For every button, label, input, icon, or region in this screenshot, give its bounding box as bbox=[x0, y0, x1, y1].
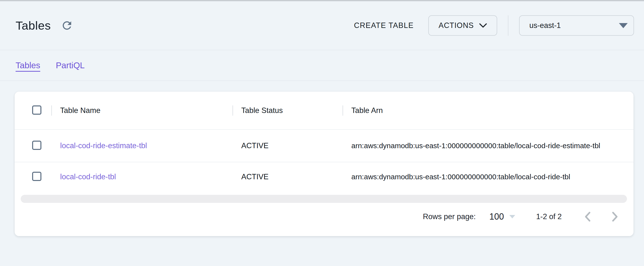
header-divider bbox=[508, 15, 508, 36]
column-header-table-arn: Table Arn bbox=[342, 106, 634, 116]
tab-partiql[interactable]: PartiQL bbox=[56, 60, 85, 70]
table-name-cell: local-cod-ride-estimate-tbl bbox=[51, 141, 232, 150]
table-arn-cell: arn:aws:dynamodb:us-east-1:000000000000:… bbox=[342, 173, 634, 181]
column-separator bbox=[51, 106, 52, 116]
header-actions: CREATE TABLE ACTIONS us-east-1 bbox=[347, 15, 634, 36]
table-name-cell: local-cod-ride-tbl bbox=[51, 172, 232, 181]
table-row: local-cod-ride-tbl ACTIVE arn:aws:dynamo… bbox=[14, 162, 634, 191]
table-status-cell: ACTIVE bbox=[232, 141, 342, 150]
tab-tables[interactable]: Tables bbox=[16, 60, 40, 70]
chevron-left-icon bbox=[584, 212, 591, 222]
refresh-icon bbox=[61, 19, 73, 32]
create-table-button[interactable]: CREATE TABLE bbox=[347, 15, 420, 36]
chevron-down-icon bbox=[479, 23, 487, 28]
column-header-label: Table Name bbox=[60, 106, 100, 115]
column-separator bbox=[342, 106, 343, 116]
row-checkbox-cell bbox=[14, 141, 51, 151]
chevron-right-icon bbox=[612, 212, 618, 222]
table-header-row: Table Name Table Status Table Arn bbox=[14, 92, 634, 130]
region-select[interactable]: us-east-1 bbox=[519, 15, 634, 36]
region-select-value: us-east-1 bbox=[529, 21, 561, 30]
actions-dropdown-button[interactable]: ACTIONS bbox=[428, 15, 497, 36]
table-name-link[interactable]: local-cod-ride-tbl bbox=[60, 172, 116, 181]
pagination-bar: Rows per page: 100 1-2 of 2 bbox=[14, 203, 634, 236]
page-title: Tables bbox=[16, 19, 51, 32]
horizontal-scrollbar[interactable] bbox=[21, 195, 627, 203]
page-header: Tables CREATE TABLE ACTIONS us-east-1 bbox=[0, 1, 644, 50]
actions-button-label: ACTIONS bbox=[438, 21, 474, 30]
column-header-table-status: Table Status bbox=[232, 106, 342, 116]
pagination-range-label: 1-2 of 2 bbox=[536, 212, 562, 221]
table-row: local-cod-ride-estimate-tbl ACTIVE arn:a… bbox=[14, 130, 634, 162]
row-checkbox[interactable] bbox=[32, 141, 42, 150]
header-checkbox-cell bbox=[14, 106, 51, 116]
column-header-label: Table Status bbox=[241, 106, 283, 115]
row-checkbox-cell bbox=[14, 172, 51, 182]
column-separator bbox=[232, 106, 233, 116]
next-page-button[interactable] bbox=[612, 212, 618, 222]
rows-per-page-label: Rows per page: bbox=[423, 212, 476, 221]
rows-per-page-caret-icon[interactable] bbox=[509, 215, 515, 218]
table-name-link[interactable]: local-cod-ride-estimate-tbl bbox=[60, 141, 147, 150]
table-arn-cell: arn:aws:dynamodb:us-east-1:000000000000:… bbox=[342, 142, 634, 150]
refresh-button[interactable] bbox=[60, 19, 74, 32]
tables-card: Table Name Table Status Table Arn local-… bbox=[14, 92, 634, 236]
row-checkbox[interactable] bbox=[32, 172, 42, 181]
table-status-cell: ACTIVE bbox=[232, 172, 342, 181]
title-group: Tables bbox=[16, 19, 74, 32]
select-all-checkbox[interactable] bbox=[32, 106, 42, 115]
column-header-label: Table Arn bbox=[351, 106, 383, 115]
column-header-table-name: Table Name bbox=[51, 106, 232, 116]
tab-bar: Tables PartiQL bbox=[0, 50, 644, 81]
rows-per-page-value[interactable]: 100 bbox=[490, 212, 504, 222]
select-arrow-icon bbox=[619, 23, 628, 28]
previous-page-button[interactable] bbox=[584, 212, 591, 222]
